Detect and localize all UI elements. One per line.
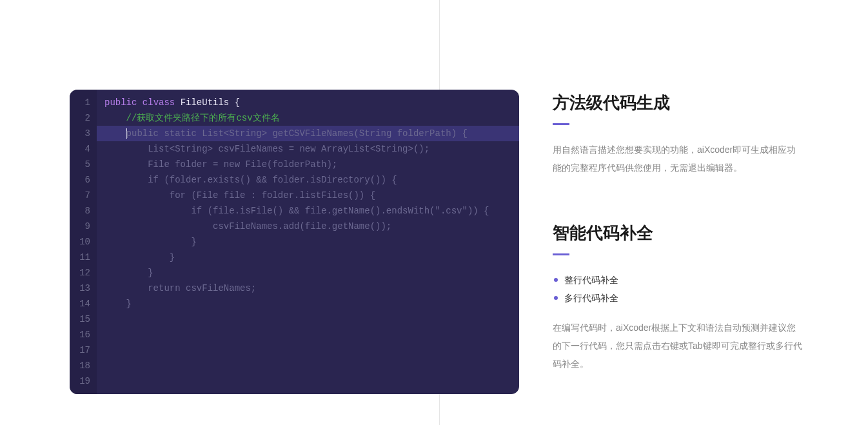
code-line[interactable]: } — [97, 250, 519, 265]
code-line[interactable]: if (file.isFile() && file.getName().ends… — [97, 203, 519, 219]
line-number: 19 — [70, 373, 97, 389]
feature-list: 整行代码补全 多行代码补全 — [553, 271, 804, 307]
line-number: 18 — [70, 358, 97, 373]
section-title: 智能代码补全 — [553, 222, 804, 244]
section-underline — [553, 253, 569, 255]
line-number: 17 — [70, 342, 97, 358]
line-number: 7 — [70, 188, 97, 203]
code-line[interactable]: } — [97, 296, 519, 311]
line-number: 13 — [70, 281, 97, 296]
gutter: 12345678910111213141516171819 — [70, 90, 97, 394]
code-line[interactable]: public static List<String> getCSVFileNam… — [97, 126, 519, 141]
line-number: 5 — [70, 157, 97, 172]
line-number: 9 — [70, 219, 97, 234]
code-line[interactable]: } — [97, 265, 519, 281]
line-number: 1 — [70, 95, 97, 110]
line-number: 16 — [70, 327, 97, 342]
line-number: 4 — [70, 141, 97, 157]
code-line[interactable] — [97, 358, 519, 373]
line-number: 11 — [70, 250, 97, 265]
section-description: 用自然语言描述您想要实现的功能，aiXcoder即可生成相应功能的完整程序代码供… — [553, 141, 804, 177]
section-title: 方法级代码生成 — [553, 92, 804, 114]
code-line[interactable] — [97, 311, 519, 327]
code-line[interactable]: public clvass FileUtils { — [97, 95, 519, 110]
code-line[interactable]: for (File file : folder.listFiles()) { — [97, 188, 519, 203]
line-number: 15 — [70, 311, 97, 327]
code-line[interactable]: return csvFileNames; — [97, 281, 519, 296]
feature-item: 整行代码补全 — [553, 271, 804, 289]
line-number: 2 — [70, 110, 97, 126]
code-line[interactable]: } — [97, 234, 519, 250]
section-code-completion: 智能代码补全 整行代码补全 多行代码补全 在编写代码时，aiXcoder根据上下… — [553, 222, 804, 373]
line-number: 6 — [70, 172, 97, 188]
code-line[interactable] — [97, 342, 519, 358]
section-description: 在编写代码时，aiXcoder根据上下文和语法自动预测并建议您的下一行代码，您只… — [553, 319, 804, 373]
code-line[interactable]: if (folder.exists() && folder.isDirector… — [97, 172, 519, 188]
section-underline — [553, 123, 569, 125]
line-number: 10 — [70, 234, 97, 250]
feature-item: 多行代码补全 — [553, 289, 804, 307]
code-line[interactable] — [97, 327, 519, 342]
line-number: 8 — [70, 203, 97, 219]
code-editor[interactable]: 12345678910111213141516171819 public clv… — [70, 90, 519, 394]
code-line[interactable]: List<String> csvFileNames = new ArrayLis… — [97, 141, 519, 157]
code-line[interactable] — [97, 373, 519, 389]
line-number: 3 — [70, 126, 97, 141]
line-number: 14 — [70, 296, 97, 311]
right-panel: 方法级代码生成 用自然语言描述您想要实现的功能，aiXcoder即可生成相应功能… — [553, 92, 804, 418]
code-line[interactable]: //获取文件夹路径下的所有csv文件名 — [97, 110, 519, 126]
code-line[interactable]: csvFileNames.add(file.getName()); — [97, 219, 519, 234]
section-method-generation: 方法级代码生成 用自然语言描述您想要实现的功能，aiXcoder即可生成相应功能… — [553, 92, 804, 177]
line-number: 12 — [70, 265, 97, 281]
code-area[interactable]: public clvass FileUtils { //获取文件夹路径下的所有c… — [97, 95, 519, 389]
code-line[interactable]: File folder = new File(folderPath); — [97, 157, 519, 172]
